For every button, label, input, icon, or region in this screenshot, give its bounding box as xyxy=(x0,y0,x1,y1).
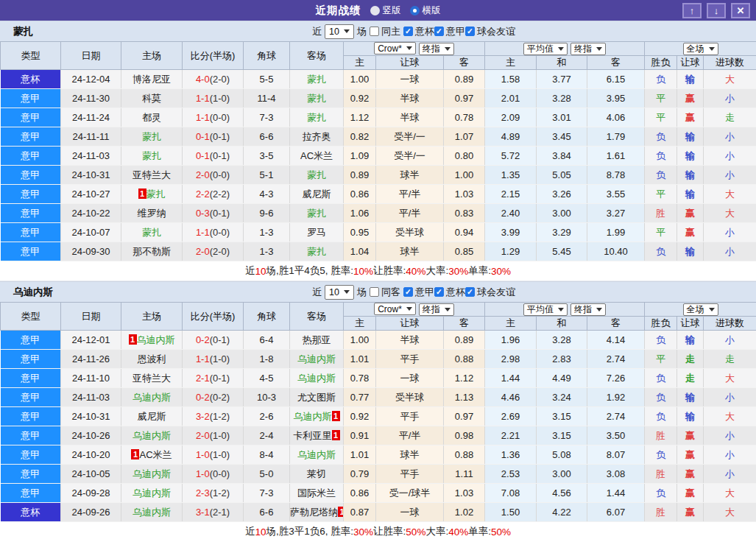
away-team-cell: 蒙扎 xyxy=(290,70,344,89)
results-table: 类型 日期 主场 比分(半场) 角球 客场 Crow*终指 平均值终指 全场 主… xyxy=(0,41,756,261)
euro-stage-select[interactable]: 终指 xyxy=(570,303,606,316)
score-cell: 2-0(2-0) xyxy=(183,242,244,261)
red-card-badge: 1 xyxy=(138,189,146,199)
team-name-text: 萨勒尼塔纳 xyxy=(290,507,338,518)
games-label: 场 xyxy=(357,286,367,299)
same-venue-label: 同主 xyxy=(381,25,400,38)
summary-part: 10 xyxy=(255,526,266,538)
home-team-cell: 乌迪内斯 xyxy=(121,388,183,407)
recent-count-select[interactable]: 10 xyxy=(325,285,354,300)
match-type-cell: 意甲 xyxy=(1,89,61,108)
corners-cell: 5-0 xyxy=(244,465,290,484)
home-team-cell: 1乌迪内斯 xyxy=(121,331,183,350)
recent-results-panel: 近期战绩 竖版 横版 ↑ ↓ ✕ 蒙扎 近 10 xyxy=(0,0,756,539)
fulltime-score: 2-0 xyxy=(196,169,210,180)
match-scope-select[interactable]: 全场 xyxy=(683,43,718,55)
fulltime-score: 1-0 xyxy=(196,468,210,479)
fulltime-score: 1-1 xyxy=(196,112,210,123)
halftime-score: (0-1) xyxy=(210,373,230,384)
euro-home-odds-cell: 3.99 xyxy=(485,223,537,242)
handicap-line-cell: 球半 xyxy=(376,445,444,465)
team-name-text: 威尼斯 xyxy=(303,189,331,200)
recent-count-select[interactable]: 10 xyxy=(325,24,354,39)
halftime-score: (1-2) xyxy=(210,487,230,499)
match-type-cell: 意甲 xyxy=(1,484,61,503)
team-name-text: 罗马 xyxy=(307,227,326,238)
match-scope-select[interactable]: 全场 xyxy=(683,303,718,316)
checkbox-icon xyxy=(403,287,413,297)
handicap-away-odds-cell: 1.13 xyxy=(444,388,485,407)
league-checkbox[interactable]: 意杯 xyxy=(403,25,434,38)
league-checkbox[interactable]: 意杯 xyxy=(434,286,465,299)
euro-stage-select[interactable]: 终指 xyxy=(570,43,606,55)
close-button[interactable]: ✕ xyxy=(731,3,750,18)
red-card-badge: 1 xyxy=(332,411,340,421)
score-cell: 3-1(2-1) xyxy=(183,503,244,522)
team-name-text: 蒙扎 xyxy=(142,150,161,161)
date-cell: 24-09-28 xyxy=(61,484,121,503)
corners-cell: 6-4 xyxy=(244,331,290,350)
league-checkbox[interactable]: 意甲 xyxy=(403,286,434,299)
layout-radio-horizontal[interactable]: 横版 xyxy=(410,4,441,17)
section-header: 乌迪内斯 近 10 场 同客 意甲意杯球会友谊 xyxy=(0,281,756,302)
euro-away-odds-cell: 6.07 xyxy=(587,503,645,522)
handicap-home-odds-cell: 0.87 xyxy=(344,503,376,522)
goals-result-cell: 大 xyxy=(704,204,756,223)
team-sections: 蒙扎 近 10 场 同主 意杯意甲球会友谊 xyxy=(0,21,756,539)
date-cell: 24-12-01 xyxy=(61,331,121,350)
result-cell: 胜 xyxy=(645,465,677,484)
halftime-score: (1-2) xyxy=(210,411,230,422)
euro-average-select[interactable]: 平均值 xyxy=(523,43,568,55)
handicap-away-odds-cell: 0.89 xyxy=(444,331,485,350)
handicap-away-odds-cell: 1.00 xyxy=(444,166,485,185)
league-checkbox[interactable]: 球会友谊 xyxy=(465,25,515,38)
handicap-away-odds-cell: 0.94 xyxy=(444,223,485,242)
checkbox-icon xyxy=(465,27,475,36)
handicap-home-odds-cell: 1.12 xyxy=(344,108,376,127)
chevron-down-icon xyxy=(596,308,602,311)
home-team-cell: 乌迪内斯 xyxy=(121,484,183,503)
euro-home-odds-cell: 1.96 xyxy=(485,331,537,350)
score-cell: 2-0(0-0) xyxy=(183,166,244,185)
handicap-result-cell: 输 xyxy=(677,147,704,166)
handicap-home-odds-cell: 1.06 xyxy=(344,204,376,223)
away-team-cell: 莱切 xyxy=(290,465,344,484)
score-cell: 0-1(0-1) xyxy=(183,127,244,147)
league-checkbox[interactable]: 球会友谊 xyxy=(465,286,515,299)
company-stage-select[interactable]: 终指 xyxy=(419,43,454,55)
scope-controls: 全场 xyxy=(645,303,756,317)
column-header: 比分(半场) xyxy=(183,42,244,70)
goals-result-cell: 大 xyxy=(704,70,756,89)
halftime-score: (2-0) xyxy=(210,74,230,85)
handicap-away-odds-cell: 1.07 xyxy=(444,127,485,147)
same-venue-checkbox[interactable]: 同主 xyxy=(370,25,400,38)
home-team-cell: 1蒙扎 xyxy=(121,185,183,204)
euro-average-select[interactable]: 平均值 xyxy=(523,303,568,316)
euro-draw-odds-cell: 3.01 xyxy=(537,108,587,127)
halftime-score: (2-0) xyxy=(210,246,230,257)
league-checkbox[interactable]: 意甲 xyxy=(434,25,465,38)
company-select[interactable]: Crow* xyxy=(374,42,416,54)
match-type-cell: 意甲 xyxy=(1,185,61,204)
summary-part: 大率: xyxy=(425,525,448,538)
move-up-button[interactable]: ↑ xyxy=(682,3,702,18)
same-venue-checkbox[interactable]: 同客 xyxy=(370,286,400,299)
company-stage-select[interactable]: 终指 xyxy=(419,303,454,316)
move-down-button[interactable]: ↓ xyxy=(707,3,726,18)
match-type-cell: 意甲 xyxy=(1,465,61,484)
team-name-text: AC米兰 xyxy=(139,449,172,460)
summary-part: 50% xyxy=(406,526,425,538)
corners-cell: 11-4 xyxy=(244,89,290,108)
layout-radio-vertical[interactable]: 竖版 xyxy=(370,4,401,17)
team-name-text: 尤文图斯 xyxy=(297,392,336,403)
match-row: 意甲24-09-30那不勒斯2-0(2-0)1-3蒙扎1.04球半0.851.2… xyxy=(1,242,756,261)
summary-line: 近10场,胜1平4负5, 胜率:10% 让胜率:40% 大率:30% 单率:30… xyxy=(0,261,756,281)
score-cell: 0-2(0-2) xyxy=(183,388,244,407)
goals-result-cell: 小 xyxy=(704,388,756,407)
away-team-cell: 萨勒尼塔纳1 xyxy=(290,503,344,522)
handicap-line-cell: 受半球 xyxy=(376,388,444,407)
handicap-away-odds-cell: 0.98 xyxy=(444,426,485,445)
company-select[interactable]: Crow* xyxy=(374,303,416,315)
corners-cell: 2-6 xyxy=(244,407,290,426)
fulltime-score: 1-0 xyxy=(196,449,210,460)
